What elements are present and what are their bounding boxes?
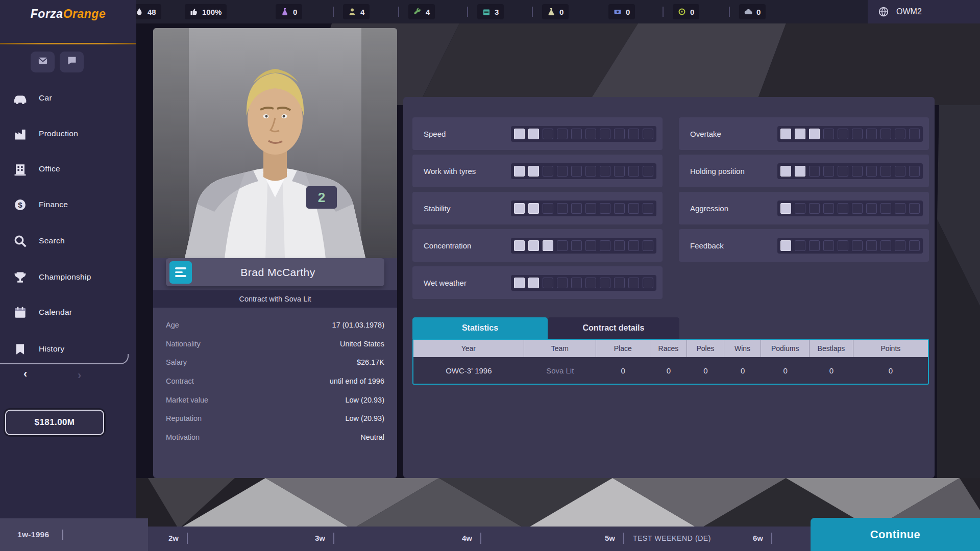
engineer-icon: [348, 8, 356, 16]
skill-point-empty: [838, 203, 848, 214]
detail-label: Reputation: [166, 414, 202, 422]
driver-menu-button[interactable]: [169, 261, 192, 284]
potions-indicator[interactable]: 0: [276, 4, 302, 19]
skill-rating: [777, 163, 923, 179]
week-marker-5w: 5w: [605, 534, 615, 542]
detail-value: $26.17K: [357, 358, 384, 366]
sidebar-item-finance[interactable]: $Finance: [0, 190, 136, 219]
prev-arrow-icon[interactable]: ‹: [23, 367, 27, 381]
messages-button[interactable]: [60, 52, 84, 72]
skill-point-empty: [614, 129, 625, 139]
tab-statistics[interactable]: Statistics: [412, 317, 548, 339]
morale-value: 100%: [202, 8, 222, 16]
detail-label: Age: [166, 321, 179, 329]
sidebar-item-calendar[interactable]: Calendar: [0, 298, 136, 327]
skill-point-empty: [823, 240, 834, 251]
skill-point-empty: [852, 129, 863, 139]
cloud-indicator[interactable]: 0: [739, 4, 766, 19]
skill-point-empty: [614, 240, 625, 251]
parts-separator: [467, 7, 468, 17]
parts-indicator[interactable]: 3: [477, 4, 504, 19]
staff-separator: [333, 7, 334, 17]
week-marker-4w: 4w: [462, 534, 472, 542]
sidebar-item-label: Championship: [39, 272, 91, 282]
skill-row-stability: Stability: [412, 192, 663, 224]
detail-label: Salary: [166, 358, 187, 366]
skill-row-wet-weather: Wet weather: [412, 266, 663, 299]
car-icon: [13, 91, 27, 105]
skill-rating: [777, 126, 923, 142]
sidebar-item-championship[interactable]: Championship: [0, 263, 136, 291]
continue-button[interactable]: Continue: [811, 518, 980, 551]
skill-point-empty: [643, 129, 653, 139]
sidebar-item-office[interactable]: Office: [0, 155, 136, 183]
logo-part1: Forza: [31, 7, 63, 20]
research-separator: [532, 7, 533, 17]
skill-point-empty: [852, 166, 863, 177]
logo-part2: Orange: [63, 7, 106, 20]
driver-card: 2 Brad McCarthy Contract with Sova Lit A…: [153, 28, 397, 478]
skill-point-empty: [600, 203, 610, 214]
skill-point-filled: [514, 203, 525, 214]
tab-contract-details[interactable]: Contract details: [548, 317, 679, 339]
banknotes-indicator[interactable]: 0: [608, 4, 635, 19]
detail-label: Motivation: [166, 433, 200, 441]
water-drop-icon: [135, 8, 143, 16]
research-indicator[interactable]: 0: [542, 4, 569, 19]
skill-point-empty: [543, 278, 553, 288]
sidebar-item-search[interactable]: Search: [0, 227, 136, 255]
budget-button[interactable]: $181.00M: [5, 410, 104, 435]
skill-rating: [511, 201, 656, 216]
week-marker-3w: 3w: [315, 534, 325, 542]
table-header: YearTeamPlaceRacesPolesWinsPodiumsBestla…: [413, 340, 928, 357]
skill-point-empty: [628, 166, 639, 177]
top-resource-bar: 48100%04430000 OWM2: [0, 0, 980, 23]
column-header-points: Points: [853, 340, 928, 357]
current-week-panel: 1w-1996: [0, 518, 148, 551]
cell-year: OWC-3' 1996: [413, 357, 524, 384]
table-row[interactable]: OWC-3' 1996Sova Lit0000000: [413, 357, 928, 384]
sidebar-item-label: Car: [39, 93, 52, 103]
skill-point-empty: [571, 129, 582, 139]
mechanics-indicator[interactable]: 4: [408, 4, 435, 19]
tokens-separator: [663, 7, 664, 17]
skill-point-filled: [528, 203, 539, 214]
week-marker-6w: 6w: [753, 534, 763, 542]
skill-point-empty: [866, 129, 877, 139]
detail-row: ReputationLow (20.93): [166, 409, 384, 428]
sidebar-item-car[interactable]: Car: [0, 84, 136, 112]
mail-button[interactable]: [31, 52, 55, 72]
tokens-indicator[interactable]: 0: [673, 4, 699, 19]
profile-chip[interactable]: OWM2: [868, 0, 980, 23]
skill-point-empty: [909, 129, 920, 139]
skill-point-empty: [880, 240, 891, 251]
next-arrow-icon[interactable]: ›: [78, 369, 81, 382]
menu-panel-edge: [0, 354, 129, 364]
skill-point-filled: [780, 166, 791, 177]
staff-indicator[interactable]: 4: [343, 4, 370, 19]
potions-value: 0: [293, 8, 297, 16]
sidebar-item-label: History: [39, 344, 64, 354]
skill-rating: [777, 201, 923, 216]
skill-point-empty: [571, 166, 582, 177]
skill-rating: [511, 275, 656, 291]
svg-text:$: $: [18, 201, 22, 209]
skill-point-empty: [571, 203, 582, 214]
calendar-icon: [13, 306, 27, 319]
logo-underline: [0, 43, 136, 44]
detail-row: MotivationNeutral: [166, 428, 384, 447]
morale-indicator[interactable]: 100%: [185, 4, 227, 19]
skill-point-empty: [628, 203, 639, 214]
detail-value: Low (20.93): [345, 396, 384, 404]
banknotes-value: 0: [626, 8, 630, 16]
sidebar-item-production[interactable]: Production: [0, 119, 136, 148]
thumbs-up-icon: [190, 8, 198, 16]
potion-icon: [281, 8, 289, 16]
skill-point-empty: [880, 129, 891, 139]
skill-point-empty: [866, 166, 877, 177]
column-header-team: Team: [524, 340, 596, 357]
skill-point-empty: [823, 203, 834, 214]
skill-point-filled: [780, 203, 791, 214]
skill-point-filled: [795, 129, 805, 139]
week-tick: [623, 533, 624, 544]
